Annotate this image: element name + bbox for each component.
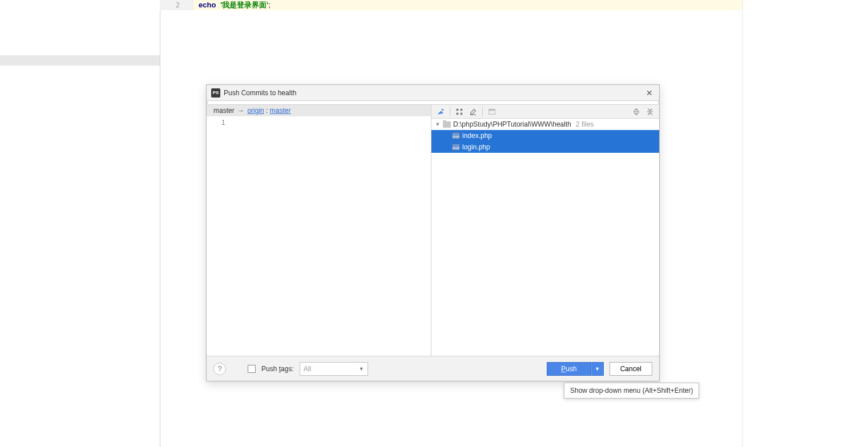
push-tags-combo[interactable]: All ▼: [300, 362, 368, 376]
chevron-down-icon: ▼: [359, 366, 364, 372]
editor-right-gutter: [742, 0, 868, 447]
dialog-title: Push Commits to health: [224, 89, 644, 97]
folder-path: D:\phpStudy\PHPTutorial\WWW\health: [453, 120, 571, 128]
folder-icon: [443, 121, 451, 128]
cancel-button[interactable]: Cancel: [609, 362, 652, 376]
preview-icon[interactable]: [486, 106, 498, 117]
svg-rect-1: [457, 108, 459, 111]
files-toolbar: [431, 105, 659, 119]
push-commits-dialog: PS Push Commits to health ✕ master → ori…: [206, 84, 660, 381]
remote-branch-link[interactable]: master: [270, 107, 291, 115]
editor-mark: [748, 0, 750, 2]
tree-file-login[interactable]: PHP login.php: [431, 141, 659, 153]
push-tags-label[interactable]: Push tags:: [261, 365, 294, 373]
push-button-mnemonic: P: [561, 365, 566, 373]
combo-value: All: [304, 365, 311, 373]
tree-root-folder[interactable]: ▼ D:\phpStudy\PHPTutorial\WWW\health 2 f…: [431, 119, 659, 130]
editor-gutter: 2: [160, 0, 193, 10]
push-dropdown-button[interactable]: ▼: [591, 362, 604, 376]
push-button-group: Push ▼: [547, 362, 603, 376]
code-line-2[interactable]: echo '我是登录界面';: [193, 0, 742, 10]
file-name: login.php: [462, 143, 490, 151]
push-tags-label-prefix: Push: [261, 365, 279, 373]
edit-icon[interactable]: [467, 106, 479, 117]
collapse-all-icon[interactable]: [644, 106, 656, 117]
remote-name-link[interactable]: origin: [247, 107, 264, 115]
svg-rect-2: [461, 108, 463, 111]
code-string: '我是登录界面': [220, 1, 268, 9]
folder-file-count: 2 files: [576, 120, 594, 128]
toolbar-separator-2: [482, 107, 483, 116]
dialog-footer: ? Push tags: All ▼ Push ▼ Cancel: [207, 356, 659, 381]
sidebar-selection-strip: [0, 55, 160, 66]
toolbar-separator: [450, 107, 450, 116]
dialog-body: master → origin : master 1: [207, 105, 659, 356]
dropdown-tooltip: Show drop-down menu (Alt+Shift+Enter): [564, 383, 699, 399]
close-button[interactable]: ✕: [644, 88, 655, 97]
push-button-text: ush: [566, 365, 576, 373]
arrow-icon: →: [236, 107, 245, 115]
phpstorm-icon: PS: [211, 88, 220, 97]
branch-mapping-row[interactable]: master → origin : master: [207, 105, 431, 116]
commits-list[interactable]: 1: [207, 116, 431, 356]
chevron-down-icon[interactable]: ▼: [435, 121, 441, 127]
code-keyword: echo: [199, 1, 216, 9]
php-file-icon: PHP: [452, 132, 460, 139]
svg-rect-4: [461, 112, 463, 115]
commit-entry[interactable]: 1: [221, 119, 225, 127]
files-pane: ▼ D:\phpStudy\PHPTutorial\WWW\health 2 f…: [431, 105, 659, 356]
tree-file-index[interactable]: PHP index.php: [431, 130, 659, 141]
code-semicolon: ;: [268, 1, 271, 9]
push-button[interactable]: Push: [547, 362, 591, 376]
svg-point-0: [442, 109, 443, 110]
svg-rect-3: [457, 112, 459, 115]
help-button[interactable]: ?: [213, 363, 226, 375]
file-name: index.php: [462, 132, 492, 140]
file-tree[interactable]: ▼ D:\phpStudy\PHPTutorial\WWW\health 2 f…: [431, 119, 659, 356]
svg-rect-7: [489, 109, 495, 111]
dialog-search-strip[interactable]: [207, 100, 659, 105]
push-tags-checkbox[interactable]: [248, 365, 256, 373]
branch-colon: :: [264, 107, 270, 115]
group-by-icon[interactable]: [454, 106, 465, 117]
show-diff-icon[interactable]: [435, 106, 446, 117]
push-tags-label-suffix: ags:: [281, 365, 294, 373]
commits-pane: master → origin : master 1: [207, 105, 431, 356]
dialog-titlebar[interactable]: PS Push Commits to health ✕: [207, 85, 659, 100]
local-branch: master: [213, 107, 235, 115]
php-file-icon: PHP: [452, 144, 460, 151]
expand-all-icon[interactable]: [631, 106, 642, 117]
